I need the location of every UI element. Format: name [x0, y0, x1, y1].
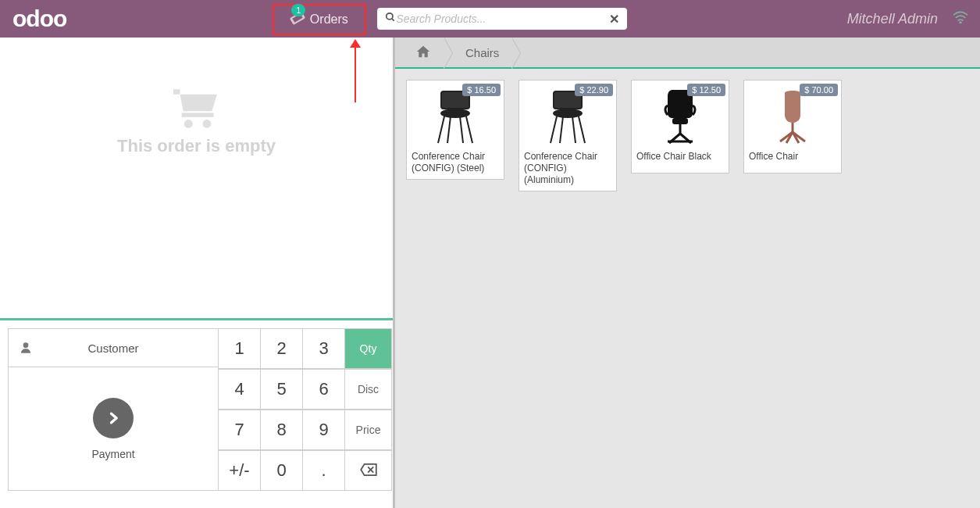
price-tag: $ 12.50 [687, 84, 725, 96]
svg-line-17 [466, 116, 472, 143]
svg-point-2 [387, 13, 393, 20]
topbar: odoo 1 Orders ✕ Mitchell Admin [0, 0, 980, 38]
chevron-right-icon [93, 398, 134, 438]
svg-line-23 [579, 116, 585, 143]
search-box[interactable]: ✕ [377, 8, 627, 30]
numpad-key-7[interactable]: 7 [219, 410, 261, 450]
cart-empty-state: This order is empty [0, 38, 393, 318]
numpad-key-0[interactable]: 0 [261, 450, 303, 491]
orders-count-badge: 1 [291, 4, 305, 16]
product-grid: $ 16.50 Conference Chair (CONFIG) (Steel… [395, 69, 980, 508]
svg-point-8 [184, 120, 192, 128]
svg-line-18 [447, 116, 451, 143]
svg-line-22 [551, 116, 557, 143]
numpad-key-1[interactable]: 1 [219, 328, 261, 369]
customer-button[interactable]: Customer [8, 328, 219, 367]
username-label[interactable]: Mitchell Admin [847, 11, 938, 27]
numpad-key-backspace[interactable] [345, 450, 392, 491]
actionpad: Customer Payment [8, 328, 219, 500]
search-icon [385, 12, 396, 26]
numpad-key-6[interactable]: 6 [303, 369, 345, 410]
numpad-mode-qty[interactable]: Qty [345, 328, 392, 369]
numpad-mode-disc[interactable]: Disc [345, 369, 392, 410]
orders-label: Orders [310, 13, 348, 27]
svg-point-10 [23, 342, 29, 348]
person-icon [9, 342, 43, 354]
svg-line-16 [438, 116, 444, 143]
svg-line-19 [460, 116, 463, 143]
search-input[interactable] [396, 13, 609, 25]
svg-marker-6 [180, 95, 216, 112]
svg-line-3 [392, 19, 394, 21]
price-tag: $ 22.90 [575, 84, 613, 96]
product-card[interactable]: $ 12.50 Office Chair Black [631, 80, 729, 174]
home-icon [415, 45, 431, 61]
numpad-key-4[interactable]: 4 [219, 369, 261, 410]
svg-point-9 [202, 120, 211, 128]
svg-rect-7 [181, 113, 213, 116]
numpad: 1 2 3 Qty 4 5 6 Disc 7 8 9 Price +/- 0 . [219, 328, 392, 500]
orders-button[interactable]: 1 Orders [273, 4, 366, 35]
payment-label: Payment [91, 448, 134, 460]
product-card[interactable]: $ 22.90 Conference Chair (CONFIG) (Alumi… [519, 80, 617, 191]
product-name: Office Chair [744, 148, 841, 173]
svg-line-25 [572, 116, 576, 143]
order-panel: This order is empty Customer Payment [0, 38, 395, 508]
svg-point-21 [554, 109, 582, 117]
backspace-icon [360, 463, 377, 478]
numpad-key-9[interactable]: 9 [303, 410, 345, 450]
breadcrumb: Chairs [395, 38, 980, 69]
numpad-key-2[interactable]: 2 [261, 328, 303, 369]
customer-label: Customer [43, 342, 218, 355]
breadcrumb-category[interactable]: Chairs [453, 38, 511, 67]
product-card[interactable]: $ 16.50 Conference Chair (CONFIG) (Steel… [406, 80, 504, 180]
breadcrumb-home[interactable] [403, 38, 444, 67]
logo: odoo [12, 5, 66, 32]
svg-point-4 [960, 22, 961, 23]
numpad-key-5[interactable]: 5 [261, 369, 303, 410]
action-keypad-area: Customer Payment 1 2 3 Qty 4 5 6 Disc 7 [8, 328, 385, 500]
product-card[interactable]: $ 70.00 Office Chair [743, 80, 842, 174]
payment-button[interactable]: Payment [8, 367, 219, 491]
product-name: Conference Chair (CONFIG) (Aluminium) [519, 148, 616, 191]
numpad-mode-price[interactable]: Price [345, 410, 392, 450]
svg-point-15 [441, 109, 469, 117]
svg-line-24 [560, 116, 563, 143]
svg-marker-11 [361, 463, 376, 474]
svg-rect-26 [672, 118, 688, 124]
price-tag: $ 16.50 [462, 84, 501, 96]
product-name: Conference Chair (CONFIG) (Steel) [407, 148, 504, 179]
product-name: Office Chair Black [632, 148, 729, 173]
svg-rect-5 [173, 89, 180, 94]
numpad-key-dot[interactable]: . [303, 450, 345, 491]
numpad-key-plusminus[interactable]: +/- [219, 450, 261, 491]
price-tag: $ 70.00 [800, 84, 838, 96]
divider [0, 318, 393, 320]
numpad-key-8[interactable]: 8 [261, 410, 303, 450]
clear-search-icon[interactable]: ✕ [609, 12, 619, 27]
breadcrumb-category-label: Chairs [465, 46, 499, 59]
empty-cart-message: This order is empty [117, 136, 276, 156]
cart-icon [169, 86, 224, 130]
numpad-key-3[interactable]: 3 [303, 328, 345, 369]
wifi-icon [952, 11, 969, 27]
